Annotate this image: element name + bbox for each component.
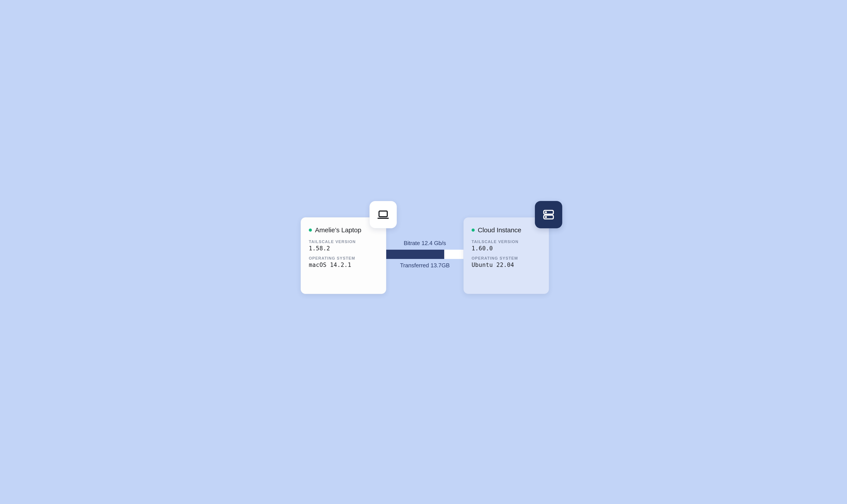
version-value: 1.58.2 [309,245,378,252]
laptop-badge [369,201,397,228]
os-value: Ubuntu 22.04 [471,262,541,268]
laptop-icon [377,209,389,221]
server-badge [535,201,562,228]
svg-point-4 [546,212,546,213]
version-value: 1.60.0 [471,245,541,252]
status-dot-icon [471,229,475,232]
os-value: macOS 14.2.1 [309,262,378,268]
os-label: OPERATING SYSTEM [471,256,541,261]
device-card-left: Amelie’s Laptop TAILSCALE VERSION 1.58.2… [301,217,386,294]
card-title-row: Amelie’s Laptop [309,226,378,234]
status-dot-icon [309,229,312,232]
bitrate-text: Bitrate 12.4 Gb/s [404,240,446,247]
transferred-text: Transferred 13.7GB [400,262,450,269]
device-card-right: Cloud Instance TAILSCALE VERSION 1.60.0 … [463,217,549,294]
version-label: TAILSCALE VERSION [471,239,541,244]
version-label: TAILSCALE VERSION [309,239,378,244]
device-name: Cloud Instance [478,226,521,234]
connection-stats: Bitrate 12.4 Gb/s Transferred 13.7GB [386,232,463,276]
card-title-row: Cloud Instance [471,226,541,234]
os-label: OPERATING SYSTEM [309,256,378,261]
server-icon [542,208,555,221]
svg-rect-0 [379,211,387,217]
progress-fill [386,250,444,259]
progress-track [386,250,463,259]
diagram-stage: Bitrate 12.4 Gb/s Transferred 13.7GB Ame… [268,160,579,345]
device-name: Amelie’s Laptop [315,226,361,234]
svg-point-5 [546,216,546,217]
